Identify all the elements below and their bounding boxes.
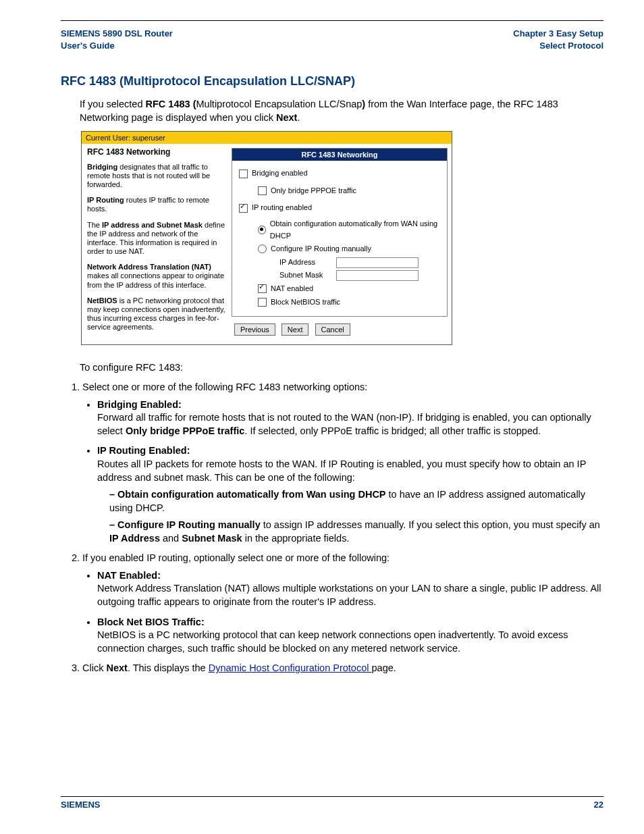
ip-routing-label: IP routing enabled bbox=[252, 202, 312, 214]
subnet-mask-input[interactable] bbox=[336, 270, 419, 281]
bridging-enabled-checkbox[interactable] bbox=[239, 170, 248, 178]
only-bridge-label: Only bridge PPPOE traffic bbox=[271, 185, 356, 197]
step-2-nat: NAT Enabled: Network Address Translation… bbox=[97, 569, 603, 609]
step-1-manual: Configure IP Routing manually to assign … bbox=[109, 519, 603, 545]
configure-manual-label: Configure IP Routing manually bbox=[271, 243, 371, 255]
configure-lead: To configure RFC 1483: bbox=[80, 361, 603, 375]
header-product: SIEMENS 5890 DSL Router bbox=[61, 28, 173, 40]
header-guide: User's Guide bbox=[61, 40, 173, 52]
step-1-dhcp: Obtain configuration automatically from … bbox=[109, 488, 603, 515]
ip-address-label: IP Address bbox=[279, 257, 332, 269]
step-2-netbios: Block Net BIOS Traffic: NetBIOS is a PC … bbox=[97, 616, 603, 656]
ip-routing-checkbox[interactable] bbox=[239, 204, 248, 213]
only-bridge-checkbox[interactable] bbox=[258, 186, 267, 195]
embedded-screenshot: Current User: superuser RFC 1483 Network… bbox=[81, 131, 452, 344]
obtain-dhcp-radio[interactable] bbox=[258, 226, 266, 234]
subnet-mask-label: Subnet Mask bbox=[279, 269, 332, 282]
step-1-bridging: Bridging Enabled: Forward all traffic fo… bbox=[97, 398, 603, 438]
step-3: Click Next. This displays the Dynamic Ho… bbox=[82, 662, 603, 675]
nat-enabled-label: NAT enabled bbox=[271, 283, 313, 295]
screenshot-sidebar: RFC 1483 Networking Bridging designates … bbox=[82, 144, 232, 344]
header-section: Select Protocol bbox=[513, 40, 603, 52]
header-chapter: Chapter 3 Easy Setup bbox=[513, 28, 603, 40]
intro-paragraph: If you selected RFC 1483 (Multiprotocol … bbox=[80, 98, 603, 124]
footer-brand: SIEMENS bbox=[61, 800, 101, 810]
step-2: If you enabled IP routing, optionally se… bbox=[82, 552, 603, 655]
next-button[interactable]: Next bbox=[281, 323, 309, 336]
sidebar-title: RFC 1483 Networking bbox=[87, 147, 226, 157]
current-user-bar: Current User: superuser bbox=[82, 132, 452, 144]
previous-button[interactable]: Previous bbox=[234, 323, 275, 336]
dhcp-link[interactable]: Dynamic Host Configuration Protocol bbox=[209, 662, 372, 673]
section-title: RFC 1483 (Multiprotocol Encapsulation LL… bbox=[61, 74, 603, 88]
step-1: Select one or more of the following RFC … bbox=[82, 381, 603, 545]
steps-list: Select one or more of the following RFC … bbox=[68, 381, 603, 675]
rfc1483-panel: RFC 1483 Networking Bridging enabled Onl… bbox=[232, 148, 448, 317]
configure-manual-radio[interactable] bbox=[258, 244, 267, 253]
panel-header: RFC 1483 Networking bbox=[232, 149, 447, 161]
page-header: SIEMENS 5890 DSL Router User's Guide Cha… bbox=[61, 21, 603, 55]
cancel-button[interactable]: Cancel bbox=[315, 323, 350, 336]
footer-page: 22 bbox=[594, 800, 603, 810]
step-1-iprouting: IP Routing Enabled: Routes all IP packet… bbox=[97, 444, 603, 545]
bridging-enabled-label: Bridging enabled bbox=[252, 167, 308, 180]
ip-address-input[interactable] bbox=[336, 257, 419, 268]
nat-enabled-checkbox[interactable] bbox=[258, 284, 267, 293]
block-netbios-label: Block NetBIOS traffic bbox=[271, 296, 340, 309]
block-netbios-checkbox[interactable] bbox=[258, 298, 267, 307]
obtain-dhcp-label: Obtain configuration automatically from … bbox=[270, 218, 440, 242]
